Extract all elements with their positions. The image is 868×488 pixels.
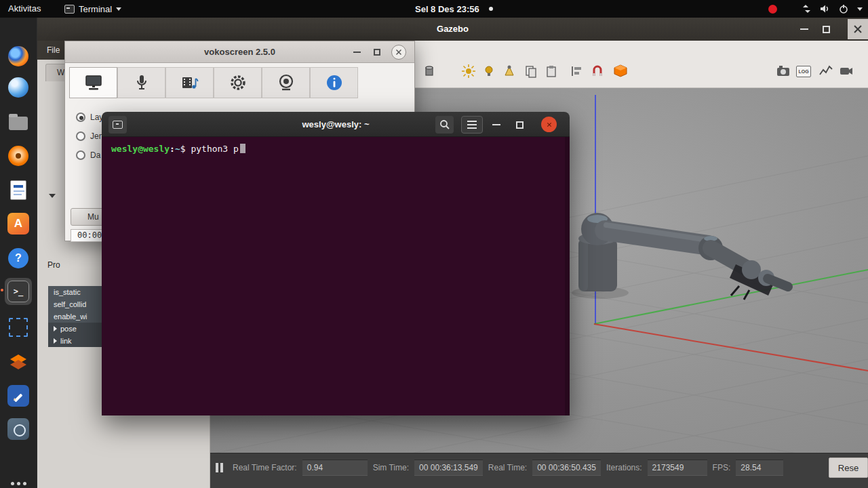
- files-icon: [9, 117, 28, 130]
- maximize-icon: [374, 49, 380, 56]
- tab-info[interactable]: [310, 67, 358, 98]
- terminal-app-icon: [64, 5, 75, 14]
- spot-light-icon[interactable]: [500, 62, 518, 80]
- dock-ubuntu-software[interactable]: A: [5, 210, 32, 237]
- ubuntu-software-icon: A: [7, 213, 29, 235]
- cylinder-shape-icon[interactable]: [420, 62, 438, 80]
- dock-firefox[interactable]: [5, 43, 32, 70]
- menu-button[interactable]: [461, 116, 483, 134]
- prompt-command: $ python3 p: [180, 144, 239, 154]
- system-status-area[interactable]: [802, 0, 863, 18]
- reset-button[interactable]: Rese: [829, 458, 868, 478]
- radio-fullscreen[interactable]: [76, 113, 85, 122]
- dock-web-app[interactable]: [5, 74, 32, 101]
- copy-icon[interactable]: [522, 62, 540, 80]
- volume-icon: [820, 4, 830, 14]
- sun-light-icon[interactable]: [460, 62, 477, 80]
- dock-screenshot[interactable]: [5, 415, 32, 443]
- vokoscreen-minimize-button[interactable]: [349, 45, 364, 60]
- minimize-icon: [800, 28, 808, 30]
- vokoscreen-titlebar[interactable]: vokoscreen 2.5.0: [65, 41, 414, 63]
- iterations-label: Iterations:: [606, 463, 642, 472]
- terminal-icon: >_: [7, 281, 29, 302]
- screenshot-icon: [7, 418, 29, 440]
- radio-area[interactable]: [76, 150, 85, 160]
- firefox-icon: [8, 46, 28, 66]
- dock-terminal[interactable]: >_: [5, 278, 32, 305]
- dock-files[interactable]: [5, 108, 32, 135]
- dock-help[interactable]: ?: [5, 245, 32, 272]
- dock-media-player[interactable]: [5, 142, 32, 169]
- chevron-down-icon: [857, 7, 863, 11]
- chevron-down-icon: [116, 7, 121, 11]
- tab-microphone[interactable]: [117, 67, 165, 98]
- rtf-label: Real Time Factor:: [233, 463, 297, 472]
- terminal-window: wesly@wesly: ~ wesly@wesly:~$ python3 p: [102, 112, 570, 415]
- terminal-close-button[interactable]: [541, 117, 557, 132]
- fps-label: FPS:: [713, 463, 731, 472]
- tab-video-audio[interactable]: [165, 67, 214, 98]
- gazebo-maximize-button[interactable]: [818, 21, 834, 37]
- terminal-titlebar[interactable]: wesly@wesly: ~: [102, 112, 570, 137]
- terminal-minimize-button[interactable]: [489, 116, 504, 134]
- tab-settings[interactable]: [214, 67, 262, 98]
- tree-expander-open-icon[interactable]: [49, 194, 56, 198]
- dock-app-grid[interactable]: [5, 476, 32, 488]
- fps-value: 28.54: [736, 460, 783, 476]
- dock-orange-tool[interactable]: [5, 348, 32, 375]
- vokoscreen-maximize-button[interactable]: [370, 45, 384, 60]
- gazebo-property-header: Pro: [47, 260, 60, 270]
- screenshot-camera-icon[interactable]: [774, 62, 792, 80]
- dock-region-select[interactable]: [5, 314, 32, 341]
- webcam-icon: [277, 73, 296, 92]
- recording-indicator-icon[interactable]: [768, 5, 777, 14]
- tab-webcam[interactable]: [262, 67, 310, 98]
- plot-icon[interactable]: [817, 62, 835, 80]
- media-player-icon: [8, 146, 28, 166]
- app-menu[interactable]: Terminal: [64, 0, 121, 18]
- close-icon: [547, 122, 552, 127]
- snap-icon[interactable]: [589, 62, 606, 80]
- align-icon[interactable]: [568, 62, 586, 80]
- film-music-icon: [181, 74, 199, 92]
- dock-pen-tool[interactable]: [5, 382, 32, 409]
- terminal-body[interactable]: wesly@wesly:~$ python3 p: [102, 137, 570, 415]
- gazebo-close-button[interactable]: [848, 19, 868, 39]
- dock-writer[interactable]: [5, 176, 32, 203]
- top-panel: Aktivitas Terminal Sel 8 Des 23:56: [0, 0, 868, 18]
- terminal-maximize-button[interactable]: [512, 116, 527, 134]
- insert-model-icon[interactable]: [612, 62, 629, 80]
- vokoscreen-close-button[interactable]: [391, 45, 406, 60]
- clock-button[interactable]: Sel 8 Des 23:56: [415, 0, 493, 18]
- clock-label: Sel 8 Des 23:56: [415, 4, 479, 14]
- activities-button[interactable]: Aktivitas: [8, 0, 41, 18]
- pen-icon: [7, 385, 29, 407]
- app-menu-label: Terminal: [79, 4, 112, 14]
- help-icon: ?: [8, 248, 28, 268]
- maximize-icon: [823, 26, 830, 33]
- minimize-icon: [353, 52, 361, 53]
- iterations-value: 2173549: [648, 460, 707, 476]
- notification-dot-icon: [489, 7, 493, 11]
- orange-ribbon-icon: [8, 353, 28, 371]
- search-button[interactable]: [435, 116, 454, 134]
- log-icon[interactable]: LOG: [795, 62, 812, 80]
- network-icon: [802, 4, 811, 14]
- robot-arm[interactable]: [572, 213, 788, 300]
- pause-button[interactable]: [216, 463, 223, 472]
- gazebo-window-title: Gazebo: [37, 18, 868, 41]
- record-video-icon[interactable]: [837, 62, 855, 80]
- gazebo-titlebar[interactable]: Gazebo: [37, 18, 868, 41]
- terminal-scrollbar[interactable]: [565, 137, 570, 415]
- gazebo-minimize-button[interactable]: [796, 21, 812, 37]
- sim-time-label: Sim Time:: [373, 463, 409, 472]
- tab-screen[interactable]: [69, 67, 117, 98]
- prompt-user-host: wesly@wesly: [111, 144, 170, 154]
- point-light-icon[interactable]: [480, 62, 498, 80]
- radio-window[interactable]: [76, 131, 85, 141]
- paste-icon[interactable]: [542, 62, 560, 80]
- close-icon: [853, 24, 863, 34]
- minimize-icon: [492, 124, 500, 125]
- desktop: Gazebo File W Pro is_static self_collid …: [0, 0, 868, 488]
- real-time-label: Real Time:: [488, 463, 527, 472]
